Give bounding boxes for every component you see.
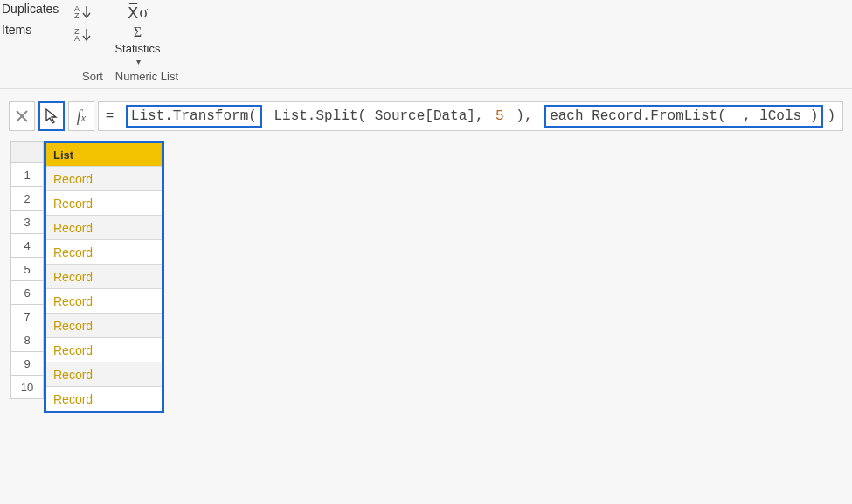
row-number[interactable]: 9 [10, 351, 44, 376]
row-number[interactable]: 7 [10, 304, 44, 328]
list-column: List Record Record Record Record Record … [44, 141, 164, 413]
sort-desc-icon: Z A [74, 26, 94, 42]
sort-ascending-button[interactable]: A Z [74, 3, 94, 19]
sort-descending-button[interactable]: Z A [74, 26, 94, 42]
sort-asc-icon: A Z [74, 3, 94, 19]
confirm-formula-button[interactable] [38, 101, 65, 131]
list-item[interactable]: Record [46, 386, 162, 411]
data-grid: 1 2 3 4 5 6 7 8 9 10 List Record Record … [10, 142, 852, 413]
list-item[interactable]: Record [46, 337, 162, 362]
cancel-formula-button[interactable] [9, 101, 35, 131]
svg-text:Z: Z [74, 11, 80, 19]
list-item[interactable]: Record [46, 190, 162, 215]
list-item[interactable]: Record [46, 264, 162, 288]
formula-equals: = [106, 108, 122, 124]
svg-text:A: A [74, 34, 80, 42]
ribbon-group-statistics: X̅σ Σ Statistics ▾ [104, 3, 170, 66]
row-number[interactable]: 3 [10, 210, 44, 234]
row-number[interactable]: 8 [10, 328, 44, 352]
formula-middle2: ), [508, 108, 541, 124]
close-icon [15, 109, 29, 123]
chevron-down-icon: ▾ [136, 57, 141, 66]
statistics-button[interactable]: X̅σ Σ Statistics ▾ [114, 3, 160, 66]
formula-bar: fx = List.Transform( List.Split( Source[… [0, 98, 852, 135]
statistics-icon: X̅σ [128, 3, 149, 23]
fx-button[interactable]: fx [68, 101, 94, 131]
ribbon-toolbar: Duplicates Items A Z Z A [0, 0, 852, 66]
list-item[interactable]: Record [46, 288, 162, 313]
ribbon-group-sort: A Z Z A [64, 3, 104, 42]
ribbon-divider [0, 88, 852, 89]
ribbon-label-items: Items [2, 23, 59, 37]
formula-input[interactable]: = List.Transform( List.Split( Source[Dat… [98, 101, 843, 131]
formula-close: ) [827, 108, 835, 124]
row-number-column: 1 2 3 4 5 6 7 8 9 10 [10, 142, 44, 413]
list-item[interactable]: Record [46, 239, 162, 264]
ribbon-section-labels: Sort Numeric List [0, 70, 852, 83]
row-number[interactable]: 10 [10, 375, 44, 399]
formula-highlight-transform: List.Transform( [126, 105, 262, 128]
list-item[interactable]: Record [46, 215, 162, 239]
statistics-label: Statistics [114, 42, 160, 55]
list-item[interactable]: Record [46, 362, 162, 386]
ribbon-partial-labels: Duplicates Items [0, 2, 64, 37]
fx-icon: fx [77, 107, 86, 126]
column-header-list[interactable]: List [46, 143, 162, 166]
section-label-numeric-list: Numeric List [115, 70, 178, 83]
list-item[interactable]: Record [46, 166, 162, 190]
row-number[interactable]: 1 [10, 162, 44, 187]
list-item[interactable]: Record [46, 313, 162, 337]
ribbon-label-duplicates: Duplicates [2, 2, 59, 16]
sigma-icon: Σ [134, 24, 142, 40]
row-number[interactable]: 5 [10, 257, 44, 281]
svg-marker-8 [46, 109, 56, 123]
row-number[interactable]: 4 [10, 233, 44, 258]
formula-highlight-each: each Record.FromList( _, lCols ) [544, 105, 823, 128]
formula-number: 5 [495, 108, 504, 124]
row-number[interactable]: 2 [10, 186, 44, 211]
cursor-icon [44, 107, 59, 125]
section-label-sort: Sort [82, 70, 103, 83]
row-number[interactable]: 6 [10, 280, 44, 305]
formula-middle: List.Split( Source[Data], [266, 108, 492, 124]
row-number-header [10, 141, 44, 163]
